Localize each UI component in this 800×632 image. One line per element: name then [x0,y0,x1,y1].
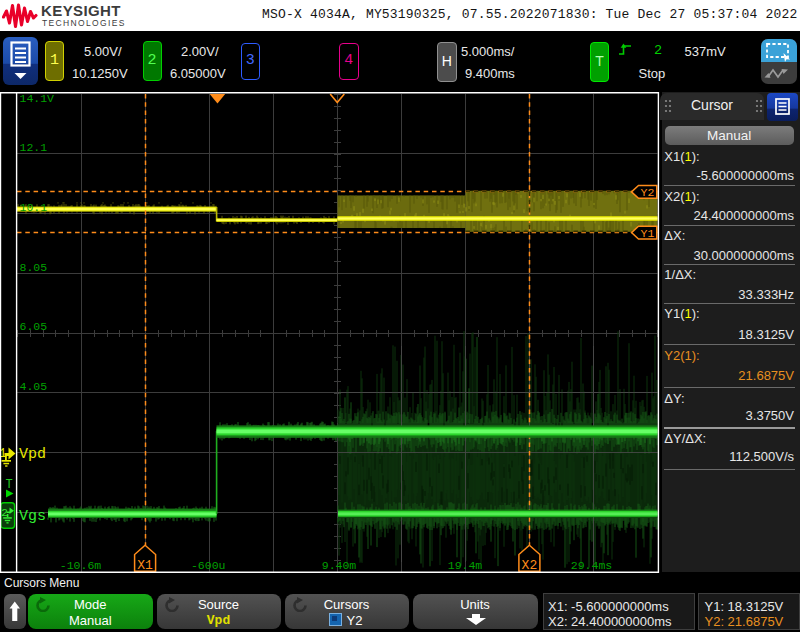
svg-text:4.05: 4.05 [20,380,48,393]
svg-text:Y1: Y1 [641,227,655,240]
svg-text:Y2: Y2 [641,186,655,199]
svg-text:X1: X1 [137,558,153,573]
svg-text:Vpd: Vpd [19,446,46,463]
svg-text:Vgs: Vgs [19,508,46,525]
svg-text:-600u: -600u [191,559,226,572]
svg-text:8.05: 8.05 [20,261,48,274]
svg-text:X2: X2 [522,558,538,573]
svg-text:9.40m: 9.40m [322,559,357,572]
svg-text:14.1V: 14.1V [20,92,55,105]
svg-text:-10.6m: -10.6m [60,559,102,572]
svg-text:19.4m: 19.4m [448,559,483,572]
svg-text:12.1: 12.1 [20,141,48,154]
svg-text:10.1: 10.1 [20,201,48,214]
svg-text:6.05: 6.05 [20,320,48,333]
svg-text:29.4ms: 29.4ms [571,559,612,572]
